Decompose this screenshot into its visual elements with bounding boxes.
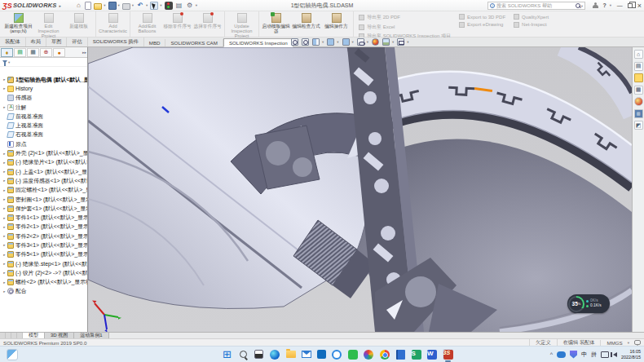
home-icon[interactable]: ⌂ bbox=[74, 2, 82, 10]
expand-arrow-icon[interactable]: ▸ bbox=[2, 105, 7, 109]
ime-mode-indicator[interactable]: 中 bbox=[581, 351, 587, 359]
select-caret-icon[interactable]: ▾ bbox=[160, 3, 161, 7]
tree-item-component[interactable]: ▸(-) 绝缘垫片<1> (默认<<默认>_显 bbox=[0, 158, 87, 167]
select-cursor-icon[interactable] bbox=[150, 2, 158, 10]
wps-w-app-icon[interactable]: W bbox=[427, 349, 438, 360]
launch-template-editor-button[interactable]: 启动模板编辑器 bbox=[261, 12, 291, 37]
logo-flyout-arrow-icon[interactable]: ▸ bbox=[60, 3, 62, 8]
expand-arrow-icon[interactable]: ▸ bbox=[2, 253, 7, 257]
view-orientation-icon[interactable] bbox=[327, 38, 334, 46]
start-icon[interactable]: ⊞ bbox=[222, 349, 232, 360]
tree-item-mates[interactable]: ▸配合 bbox=[0, 287, 87, 296]
view-palette-icon[interactable]: ▦ bbox=[634, 86, 643, 95]
model-tab[interactable]: 模型 bbox=[23, 333, 45, 338]
help-icon[interactable]: ? bbox=[602, 2, 606, 8]
options-gear-icon[interactable]: ⚙ bbox=[186, 2, 194, 10]
help-caret-icon[interactable]: ▾ bbox=[610, 3, 611, 7]
appearances-icon[interactable] bbox=[634, 97, 643, 106]
expand-arrow-icon[interactable]: ▸ bbox=[2, 243, 7, 247]
tree-item-top-plane[interactable]: 上视基准面 bbox=[0, 121, 87, 130]
configuration-manager-tab[interactable]: ▦ bbox=[27, 48, 39, 57]
expand-arrow-icon[interactable]: ▸ bbox=[2, 77, 7, 82]
section-view-icon[interactable] bbox=[312, 38, 320, 46]
browser-circle-icon[interactable] bbox=[332, 349, 342, 360]
tab-solidworks-cam[interactable]: SOLIDWORKS CAM bbox=[165, 39, 223, 47]
save-icon[interactable] bbox=[108, 2, 117, 10]
tab-sketch[interactable]: 草图 bbox=[46, 38, 67, 47]
tree-item-component[interactable]: ▸零件2<2> (默认<<默认>_显示状态 bbox=[0, 232, 87, 241]
tree-filter-row[interactable]: ▾ bbox=[0, 58, 87, 67]
expand-arrow-icon[interactable]: ▸ bbox=[2, 225, 7, 229]
display-style-icon[interactable] bbox=[342, 38, 350, 46]
design-library-icon[interactable]: ▤ bbox=[634, 62, 643, 71]
expand-arrow-icon[interactable]: ▸ bbox=[2, 197, 7, 201]
file-properties-icon[interactable]: ▤ bbox=[175, 2, 183, 10]
expand-arrow-icon[interactable]: ▸ bbox=[2, 86, 7, 90]
search-icon[interactable] bbox=[576, 3, 580, 8]
tab-evaluate[interactable]: 评估 bbox=[67, 38, 87, 47]
tree-item-sensors[interactable]: 传感器 bbox=[0, 94, 87, 103]
3d-views-tab[interactable]: 3D 视图 bbox=[45, 333, 74, 338]
display-manager-tab[interactable]: ● bbox=[53, 48, 65, 57]
accelerator-ball-widget[interactable]: 35% 0K/s 0.1K/s bbox=[567, 294, 610, 313]
property-manager-tab[interactable]: ▤ bbox=[14, 48, 26, 57]
display-tray-icon[interactable] bbox=[601, 351, 609, 358]
expand-arrow-icon[interactable]: ▸ bbox=[2, 280, 7, 285]
tree-item-component[interactable]: ▸固定螺栓<1> (默认<<默认>_显示 bbox=[0, 186, 87, 195]
rainbow-browser-icon[interactable] bbox=[364, 349, 374, 360]
search-icon[interactable] bbox=[238, 349, 249, 360]
undo-caret-icon[interactable]: ▾ bbox=[146, 3, 148, 7]
expand-arrow-icon[interactable]: ▸ bbox=[2, 234, 7, 238]
units-caret-icon[interactable]: ▾ bbox=[628, 341, 629, 345]
edit-inspection-method-button[interactable]: 编辑检查方式 bbox=[291, 12, 321, 37]
tree-item-annotations[interactable]: ▸注解 bbox=[0, 103, 87, 112]
custom-properties-icon[interactable]: ▥ bbox=[634, 109, 643, 118]
solidworks-resources-icon[interactable]: ⌂ bbox=[634, 50, 643, 59]
save-caret-icon[interactable]: ▾ bbox=[118, 3, 120, 7]
new-inspection-project-button[interactable]: 新建检查项目 (amp;N) bbox=[3, 12, 33, 37]
tree-item-component[interactable]: ▸(-) 温度传感器<1> (默认<<默认>_ bbox=[0, 176, 87, 185]
graphics-viewport[interactable]: 35% 0K/s 0.1K/s bbox=[88, 47, 632, 332]
hide-show-items-icon[interactable] bbox=[357, 38, 364, 46]
expand-arrow-icon[interactable]: ▸ bbox=[2, 206, 7, 210]
undo-icon[interactable]: ↶ bbox=[136, 2, 144, 10]
widgets-icon[interactable] bbox=[7, 349, 18, 360]
rebuild-traffic-light-icon[interactable] bbox=[165, 2, 173, 10]
file-explorer-icon[interactable] bbox=[634, 73, 643, 82]
expand-arrow-icon[interactable]: ▸ bbox=[2, 271, 7, 275]
ime-layout-indicator[interactable]: 拼 bbox=[591, 351, 597, 359]
model-canvas[interactable] bbox=[88, 47, 632, 332]
tab-addins[interactable]: SOLIDWORKS 插件 bbox=[88, 38, 144, 47]
user-account-icon[interactable] bbox=[593, 2, 598, 8]
expand-arrow-icon[interactable]: ▸ bbox=[2, 170, 7, 174]
edge-icon[interactable] bbox=[270, 349, 280, 360]
tree-item-component[interactable]: ▸零件2<1> (默认<<默认>_显示状态 bbox=[0, 223, 87, 232]
tree-item-history[interactable]: ▸History bbox=[0, 84, 87, 93]
edit-operation-button[interactable]: 编辑操作方 bbox=[321, 12, 351, 37]
print-caret-icon[interactable]: ▾ bbox=[132, 3, 134, 7]
tab-layout[interactable]: 布局 bbox=[26, 38, 46, 47]
zoom-area-icon[interactable] bbox=[302, 38, 309, 46]
expand-arrow-icon[interactable]: ▸ bbox=[2, 152, 7, 156]
expand-arrow-icon[interactable]: ▸ bbox=[2, 216, 7, 220]
expand-arrow-icon[interactable]: ▸ bbox=[2, 262, 7, 266]
tree-root-item[interactable]: ▸1型铝轴热电偶 (默认<默认_显示状态-1> bbox=[0, 75, 87, 84]
tab-scroll-button[interactable] bbox=[11, 333, 17, 338]
tree-item-component[interactable]: ▸(-) 上盖<1> (默认<<默认>_显示状 bbox=[0, 167, 87, 176]
panel-tab-overflow-icon[interactable]: ▸▸ bbox=[82, 50, 86, 55]
minimize-button[interactable]: — bbox=[617, 2, 623, 8]
tray-overflow-icon[interactable]: ^ bbox=[550, 351, 553, 357]
tab-assembly[interactable]: 装配体 bbox=[0, 38, 26, 47]
taskbar-clock[interactable]: 16:05 2022/8/15 bbox=[621, 349, 641, 360]
options-caret-icon[interactable]: ▾ bbox=[196, 3, 197, 7]
expand-arrow-icon[interactable]: ▸ bbox=[2, 179, 7, 183]
feedback-balloon-icon[interactable] bbox=[634, 340, 641, 345]
tree-item-component[interactable]: ▸(-) 绝缘垫.step<1> (默认<<默认> bbox=[0, 259, 87, 268]
new-document-icon[interactable] bbox=[85, 2, 91, 10]
solidworks-app-icon[interactable]: 3S bbox=[443, 349, 453, 360]
help-search-box[interactable]: i 搜索 SOLIDWORKS 帮助 ▾ bbox=[487, 2, 585, 10]
filter-caret-icon[interactable]: ▾ bbox=[8, 60, 10, 64]
close-button[interactable]: × bbox=[637, 2, 642, 10]
tree-item-front-plane[interactable]: 前视基准面 bbox=[0, 112, 87, 121]
zoom-fit-icon[interactable] bbox=[291, 38, 298, 46]
